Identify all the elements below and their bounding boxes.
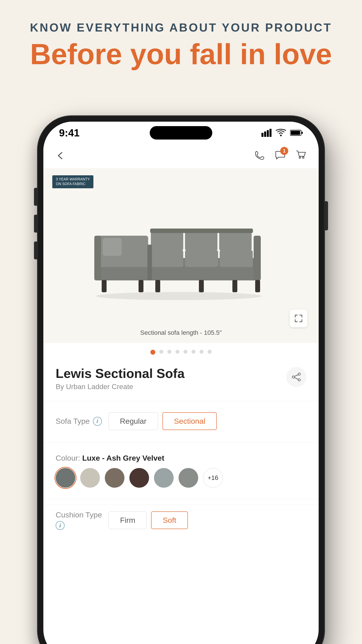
expand-button[interactable]	[290, 310, 308, 327]
svg-rect-18	[151, 231, 183, 251]
svg-rect-2	[267, 130, 269, 137]
svg-rect-0	[261, 133, 264, 137]
status-time: 9:41	[59, 127, 79, 139]
product-name-block: Lewis Sectional Sofa By Urban Ladder Cre…	[56, 366, 185, 391]
svg-rect-25	[139, 280, 143, 292]
cushion-type-soft-button[interactable]: Soft	[151, 512, 188, 529]
carousel-dots	[43, 343, 319, 359]
svg-point-33	[298, 379, 300, 381]
svg-rect-3	[270, 129, 272, 137]
colour-swatch-1[interactable]	[80, 468, 100, 488]
colour-swatch-4[interactable]	[154, 468, 174, 488]
svg-rect-20	[219, 231, 252, 251]
share-button[interactable]	[286, 367, 306, 387]
svg-point-34	[292, 376, 295, 378]
product-info: Lewis Sectional Sofa By Urban Ladder Cre…	[43, 359, 319, 395]
svg-rect-19	[185, 231, 217, 251]
carousel-dot-1[interactable]	[159, 350, 163, 354]
colour-swatch-3[interactable]	[129, 468, 149, 488]
wifi-icon	[276, 129, 286, 137]
sofa-type-label: Sofa Type i	[56, 417, 102, 426]
svg-rect-21	[150, 228, 253, 233]
chat-badge: 1	[280, 147, 288, 155]
cushion-type-options: Firm Soft	[109, 512, 188, 529]
svg-point-8	[299, 157, 301, 158]
colour-swatch-0[interactable]	[56, 468, 75, 488]
dynamic-island	[150, 126, 212, 140]
product-caption: Sectional sofa length - 105.5"	[52, 329, 310, 338]
cushion-type-row: Cushion Type i Firm Soft	[56, 510, 306, 530]
carousel-dot-0[interactable]	[150, 350, 155, 355]
sofa-type-sectional-button[interactable]: Sectional	[162, 412, 217, 430]
sofa-illustration	[52, 175, 310, 327]
back-button[interactable]	[56, 150, 64, 163]
phone-screen: 9:41	[43, 122, 319, 644]
svg-rect-26	[155, 280, 160, 292]
carousel-dot-6[interactable]	[200, 350, 204, 354]
cart-icon[interactable]	[296, 150, 306, 163]
sofa-type-options: Regular Sectional	[109, 412, 217, 430]
sofa-svg	[89, 200, 273, 303]
svg-point-9	[303, 157, 304, 158]
svg-rect-27	[199, 280, 204, 292]
product-header-row: Lewis Sectional Sofa By Urban Ladder Cre…	[56, 366, 306, 391]
svg-point-31	[96, 292, 261, 300]
phone-icon[interactable]	[254, 150, 265, 163]
nav-bar: 1	[43, 144, 319, 168]
header-section: KNOW EVERYTHING ABOUT YOUR PRODUCT Befor…	[0, 0, 362, 84]
phone-mockup: 9:41	[38, 116, 324, 644]
colour-more-button[interactable]: +16	[203, 468, 223, 488]
svg-rect-17	[220, 250, 253, 267]
sofa-type-section: Sofa Type i Regular Sectional	[43, 407, 319, 437]
colour-label: Colour: Luxe - Ash Grey Velvet	[56, 454, 306, 462]
svg-rect-29	[255, 280, 260, 292]
svg-rect-28	[232, 280, 237, 292]
colour-swatches: +16	[56, 468, 306, 488]
signal-icon	[261, 129, 272, 137]
nav-actions: 1	[254, 150, 306, 163]
cushion-type-firm-button[interactable]: Firm	[109, 512, 147, 529]
colour-swatch-5[interactable]	[179, 468, 198, 488]
svg-rect-22	[254, 236, 261, 280]
svg-rect-6	[302, 132, 303, 134]
screen-content: 3 YEAR WARRANTY ON SOFA FABRIC	[43, 168, 319, 644]
svg-rect-30	[103, 238, 122, 256]
product-name: Lewis Sectional Sofa	[56, 366, 185, 381]
svg-rect-13	[94, 236, 101, 280]
carousel-dot-3[interactable]	[175, 350, 179, 354]
sofa-type-regular-button[interactable]: Regular	[109, 412, 158, 430]
svg-rect-23	[147, 245, 152, 280]
sofa-type-info-icon[interactable]: i	[93, 417, 102, 426]
svg-point-32	[298, 373, 300, 375]
cushion-type-section: Cushion Type i Firm Soft	[43, 505, 319, 539]
header-subtitle: KNOW EVERYTHING ABOUT YOUR PRODUCT	[0, 20, 362, 35]
carousel-dot-5[interactable]	[192, 350, 196, 354]
carousel-dot-2[interactable]	[167, 350, 171, 354]
svg-rect-24	[102, 280, 107, 292]
cushion-type-info-icon[interactable]: i	[56, 521, 64, 530]
carousel-dot-7[interactable]	[208, 350, 212, 354]
cushion-type-label: Cushion Type i	[56, 510, 102, 530]
colour-swatch-2[interactable]	[105, 468, 124, 488]
svg-line-36	[295, 378, 298, 380]
chat-icon[interactable]: 1	[275, 150, 286, 163]
warranty-badge: 3 YEAR WARRANTY ON SOFA FABRIC	[52, 175, 93, 188]
divider-2	[43, 442, 319, 442]
svg-line-35	[295, 375, 298, 376]
product-brand: By Urban Ladder Create	[56, 382, 185, 391]
sofa-type-row: Sofa Type i Regular Sectional	[56, 412, 306, 430]
colour-section: Colour: Luxe - Ash Grey Velvet +16	[43, 448, 319, 493]
svg-rect-15	[150, 250, 183, 267]
svg-rect-7	[291, 131, 300, 135]
volume-up-button	[34, 215, 37, 232]
carousel-dot-4[interactable]	[183, 350, 187, 354]
product-image-container: 3 YEAR WARRANTY ON SOFA FABRIC	[43, 168, 319, 343]
phone-outer: 9:41	[38, 116, 324, 644]
volume-down-button	[34, 242, 37, 260]
header-title: Before you fall in love	[0, 38, 362, 71]
svg-rect-1	[264, 132, 266, 137]
status-bar: 9:41	[43, 122, 319, 144]
svg-point-4	[280, 134, 282, 136]
divider-1	[43, 401, 319, 401]
svg-rect-16	[185, 250, 218, 267]
